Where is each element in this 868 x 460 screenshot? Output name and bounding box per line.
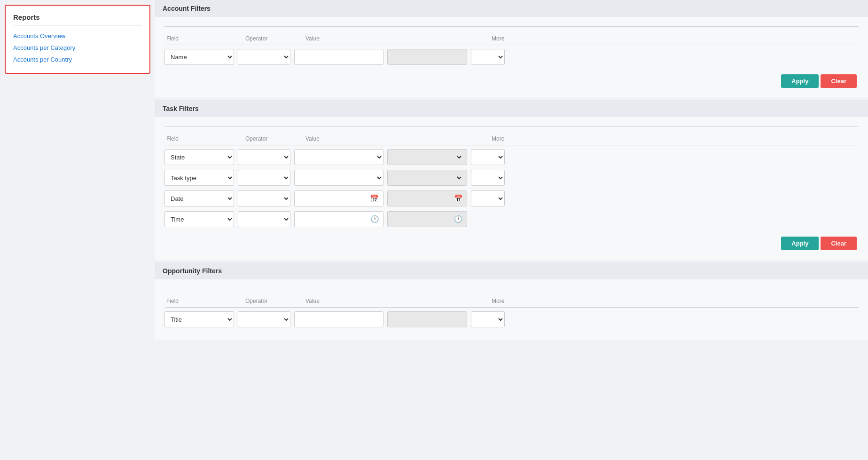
account-value2-input-name [387, 49, 467, 65]
col-value-label-opp: Value [304, 298, 398, 304]
account-value-input-name[interactable] [294, 49, 383, 65]
task-filters-section: Task Filters Field Operator Value More S… [155, 100, 868, 260]
col-field-label-task: Field [164, 135, 240, 142]
task-filter-row-tasktype: Task type [164, 170, 859, 186]
calendar-icon-date-value: 📅 [370, 194, 379, 203]
task-field-select-date[interactable]: Date [164, 190, 234, 206]
account-filters-section: Account Filters Field Operator Value Mor… [155, 0, 868, 97]
task-clear-button[interactable]: Clear [821, 237, 857, 250]
opp-value2-input-title [387, 311, 467, 327]
task-field-select-tasktype[interactable]: Task type [164, 170, 234, 186]
task-operator-select-state[interactable] [238, 149, 290, 165]
sidebar: Reports Accounts Overview Accounts per C… [5, 5, 150, 74]
task-filter-row-date: Date 📅 📅 [164, 190, 859, 206]
col-operator-label-task: Operator [243, 135, 300, 142]
account-filters-body: Field Operator Value More Name [155, 17, 868, 97]
task-value2-inner-select-tasktype[interactable] [391, 170, 463, 186]
task-value2-inner-select-state[interactable] [391, 149, 463, 165]
col-value-label-account: Value [304, 35, 398, 42]
task-field-select-time[interactable]: Time [164, 211, 234, 227]
sidebar-item-accounts-overview[interactable]: Accounts Overview [13, 30, 142, 42]
task-filter-row-state: State [164, 149, 859, 165]
account-filter-row-name: Name [164, 49, 859, 65]
col-more-label-opp: More [490, 298, 527, 304]
account-filters-header: Account Filters [155, 0, 868, 17]
account-operator-select-name[interactable] [238, 49, 290, 65]
col-operator-label-account: Operator [243, 35, 300, 42]
task-field-select-state[interactable]: State [164, 149, 234, 165]
task-filter-row-time: Time 🕐 🕐 [164, 211, 859, 227]
task-filters-header: Task Filters [155, 100, 868, 117]
task-filters-col-headers: Field Operator Value More [164, 133, 859, 145]
main-content: Account Filters Field Operator Value Mor… [155, 0, 868, 460]
task-value2-date-input[interactable]: 📅 [387, 190, 467, 206]
task-more-select-date[interactable] [471, 190, 505, 206]
task-value-date-input[interactable]: 📅 [294, 190, 383, 206]
account-field-select-name[interactable]: Name [164, 49, 234, 65]
col-value2-label-account [401, 35, 486, 42]
task-value-select-tasktype[interactable] [294, 170, 383, 186]
task-filters-btn-row: Apply Clear [164, 232, 859, 252]
col-field-label-account: Field [164, 35, 240, 42]
col-value2-label-task [401, 135, 486, 142]
sidebar-item-accounts-per-category[interactable]: Accounts per Category [13, 42, 142, 54]
account-apply-button[interactable]: Apply [781, 74, 819, 88]
opportunity-filters-body: Field Operator Value More Title [155, 279, 868, 340]
col-value2-label-opp [401, 298, 486, 304]
task-value2-select-state [387, 149, 467, 165]
task-operator-select-tasktype[interactable] [238, 170, 290, 186]
sidebar-item-accounts-per-country[interactable]: Accounts per Country [13, 54, 142, 65]
calendar-icon-date-value2: 📅 [454, 194, 463, 203]
opportunity-filters-col-headers: Field Operator Value More [164, 295, 859, 308]
task-apply-button[interactable]: Apply [781, 237, 819, 250]
task-value-select-state[interactable] [294, 149, 383, 165]
task-more-select-state[interactable] [471, 149, 505, 165]
task-value2-select-tasktype [387, 170, 467, 186]
clock-icon-time-value2: 🕐 [454, 215, 463, 223]
task-value2-time-input[interactable]: 🕐 [387, 211, 467, 227]
col-more-label-task: More [490, 135, 527, 142]
col-value-label-task: Value [304, 135, 398, 142]
task-operator-select-time[interactable] [238, 211, 290, 227]
task-filters-body: Field Operator Value More State [155, 117, 868, 260]
account-filters-btn-row: Apply Clear [164, 70, 859, 90]
opp-value-input-title[interactable] [294, 311, 383, 327]
clock-icon-time-value: 🕐 [370, 215, 379, 223]
account-clear-button[interactable]: Clear [821, 74, 857, 88]
task-operator-select-date[interactable] [238, 190, 290, 206]
opp-field-select-title[interactable]: Title [164, 311, 234, 327]
col-field-label-opp: Field [164, 298, 240, 304]
col-more-label-account: More [490, 35, 527, 42]
account-filters-col-headers: Field Operator Value More [164, 32, 859, 45]
task-value-time-input[interactable]: 🕐 [294, 211, 383, 227]
opp-operator-select-title[interactable] [238, 311, 290, 327]
col-operator-label-opp: Operator [243, 298, 300, 304]
opp-filter-row-title: Title [164, 311, 859, 327]
opportunity-filters-section: Opportunity Filters Field Operator Value… [155, 262, 868, 340]
account-more-select-name[interactable] [471, 49, 505, 65]
sidebar-title: Reports [13, 13, 142, 25]
opportunity-filters-header: Opportunity Filters [155, 262, 868, 279]
task-more-select-tasktype[interactable] [471, 170, 505, 186]
opp-more-select-title[interactable] [471, 311, 505, 327]
